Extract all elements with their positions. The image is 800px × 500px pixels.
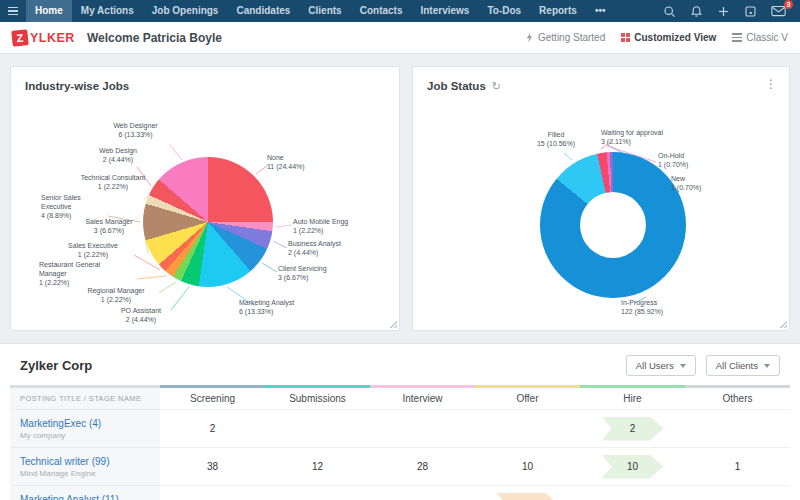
industry-jobs-title: Industry-wise Jobs [25,80,129,92]
column-header-posting-title: POSTING TITLE / STAGE NAME [10,385,160,409]
stage-cell: 1 [685,447,790,485]
stage-cell: 12 [265,447,370,485]
donut-label-new: New 1 (0.70%) [671,174,726,192]
stage-cell: 1 [265,485,370,500]
dashboard-cards: Industry-wise Jobs None 11 (24.44%) Auto… [0,54,800,331]
kebab-menu-icon[interactable]: ⋮ [765,77,777,91]
getting-started-button[interactable]: Getting Started [525,32,605,43]
stage-cell [370,485,475,500]
nav-right-icons: 3 [663,5,800,18]
pie-label-business: Business Analyst 2 (4.44%) [288,239,378,257]
pie-label-web-designer: Web Designer 6 (13.33%) [93,121,178,139]
donut-label-filled: Filled 15 (10.56%) [516,130,596,148]
card-resize-handle[interactable] [778,319,787,328]
nav-item-contacts[interactable]: Contacts [351,0,412,22]
posting-link[interactable]: MarketingExec (4) [20,418,160,429]
table-row-header: Technical writer (99) Mind Manage Engine [10,447,160,485]
chevron-down-icon [680,364,686,368]
posting-link[interactable]: Technical writer (99) [20,456,160,467]
posting-company: My company [20,431,160,440]
nav-item-reports[interactable]: Reports [530,0,586,22]
stage-cell [685,485,790,500]
stage-cell [370,409,475,447]
pie-label-auto-mobile: Auto Mobile Engg 1 (2.22%) [293,217,388,235]
mail-badge: 3 [784,0,793,9]
zylker-logo-mark: Z [11,29,29,47]
job-status-card: Job Status↻ ⋮ Filled 15 (10.56%) Waiting… [412,66,790,331]
all-users-dropdown[interactable]: All Users [626,355,696,376]
pie-label-restaurant: Restaurant General Manager 1 (2.22%) [39,260,139,287]
zylker-logo-text: YLKER [30,31,75,45]
nav-item-todos[interactable]: To-Dos [478,0,530,22]
add-icon[interactable] [717,5,730,18]
pie-label-regional: Regional Manager 1 (2.22%) [66,286,166,304]
table-row-header: MarketingExec (4) My company [10,409,160,447]
classic-view-button[interactable]: Classic V [732,32,788,43]
pie-label-web-design: Web Design 2 (4.44%) [77,146,159,164]
search-icon[interactable] [663,5,676,18]
posting-company: Mind Manage Engine [20,469,160,478]
nav-item-home[interactable]: Home [26,0,72,22]
pie-label-mkt-analyst: Marketing Analyst 6 (13.33%) [239,298,334,316]
job-status-title: Job Status↻ [427,80,501,93]
job-status-donut[interactable] [540,152,686,298]
stage-cell: 10 [580,447,685,485]
zylker-logo[interactable]: Z YLKER [12,30,75,46]
offer-badge: 1 [497,493,559,500]
bell-icon[interactable] [690,5,703,18]
pie-label-sales-exec: Sales Executive 1 (2.22%) [53,241,133,259]
nav-more-icon[interactable]: ••• [586,0,615,22]
column-header-screening: Screening [160,385,265,409]
donut-label-waiting: Waiting for approval 3 (2.11%) [601,128,706,146]
all-clients-dropdown[interactable]: All Clients [706,355,780,376]
stage-cell [265,409,370,447]
stage-cell: 38 [160,447,265,485]
chevron-down-icon [764,364,770,368]
column-header-offer: Offer [475,385,580,409]
nav-item-candidates[interactable]: Candidates [227,0,299,22]
pie-label-none: None 11 (24.44%) [267,153,339,171]
stage-cell [475,409,580,447]
stage-cell: 1 [475,485,580,500]
pie-label-client-serv: Client Servicing 3 (6.67%) [278,264,363,282]
stage-cell: 2 [160,409,265,447]
pie-label-senior-sales: Senior Sales Executive 4 (8.89%) [41,193,111,220]
stage-cell: 9 [160,485,265,500]
posting-link[interactable]: Marketing Analyst (11) [20,494,160,500]
table-row-header: Marketing Analyst (11) Mind blowing [10,485,160,500]
stage-cell: 28 [370,447,475,485]
hire-badge: 10 [602,455,664,479]
hire-badge: 2 [602,417,664,441]
customized-view-button[interactable]: Customized View [621,32,716,43]
nav-item-my-actions[interactable]: My Actions [72,0,143,22]
pie-label-po-asst: PO Assistant 2 (4.44%) [106,306,176,324]
main-navbar: Home My Actions Job Openings Candidates … [0,0,800,22]
column-header-submissions: Submissions [265,385,370,409]
pipeline-panel: Zylker Corp All Users All Clients POSTIN… [0,343,800,500]
donut-label-in-progress: In-Progress 122 (85.92%) [621,298,701,316]
card-resize-handle[interactable] [388,319,397,328]
column-header-hire: Hire [580,385,685,409]
stage-cell [580,485,685,500]
donut-label-on-hold: On-Hold 1 (0.70%) [658,151,718,169]
welcome-bar: Z YLKER Welcome Patricia Boyle Getting S… [0,22,800,54]
pipeline-title: Zylker Corp [20,358,92,373]
pipeline-table: POSTING TITLE / STAGE NAME Screening Sub… [10,385,790,500]
hamburger-icon[interactable] [0,7,26,16]
stage-cell [685,409,790,447]
nav-item-job-openings[interactable]: Job Openings [143,0,228,22]
stage-cell: 10 [475,447,580,485]
refresh-icon[interactable]: ↻ [492,80,501,92]
panel-icon[interactable] [744,5,757,18]
pie-label-tech-consult: Technical Consultant 1 (2.22%) [59,173,167,191]
nav-item-interviews[interactable]: Interviews [411,0,478,22]
lightning-icon [525,32,534,43]
stage-cell: 2 [580,409,685,447]
classic-view-icon [732,33,742,42]
nav-item-clients[interactable]: Clients [299,0,350,22]
customized-view-icon [621,33,630,42]
column-header-interview: Interview [370,385,475,409]
industry-jobs-card: Industry-wise Jobs None 11 (24.44%) Auto… [10,66,400,331]
welcome-text: Welcome Patricia Boyle [87,31,222,45]
column-header-others: Others [685,385,790,409]
